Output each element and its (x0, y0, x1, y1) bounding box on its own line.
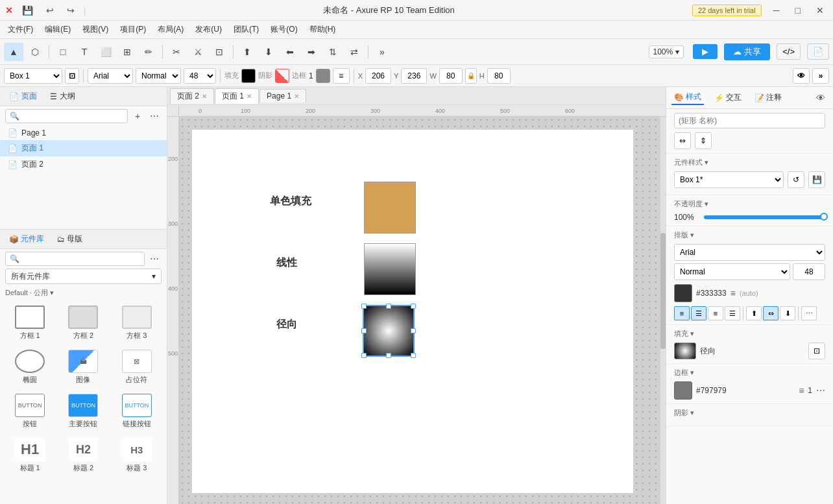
x-input[interactable] (365, 68, 391, 84)
minimize-button[interactable]: ─ (769, 4, 784, 17)
align-right[interactable]: ➡ (302, 43, 321, 61)
box-linear[interactable] (364, 243, 416, 295)
more-text-btn[interactable]: ⋯ (801, 306, 817, 320)
maximize-button[interactable]: □ (791, 4, 804, 17)
box-solid[interactable] (364, 182, 416, 234)
align-top-text-btn[interactable]: ⬆ (746, 306, 762, 320)
font-select[interactable]: Arial (674, 244, 825, 261)
height-adjust-btn[interactable]: ⇕ (695, 132, 712, 149)
components-tab[interactable]: 📦 元件库 (5, 232, 48, 246)
element-name-select[interactable]: Box 1 (4, 68, 62, 84)
redo-button[interactable]: ↪ (63, 4, 78, 17)
font-style-normal-select[interactable]: Normal (674, 263, 790, 280)
border-color-box[interactable] (674, 381, 692, 400)
page-item-page1[interactable]: 📄 Page 1 (0, 126, 167, 140)
handle-br[interactable] (411, 353, 416, 358)
crop-tool[interactable]: ✂ (167, 43, 186, 61)
menu-file[interactable]: 文件(F) (3, 22, 38, 37)
comp-item-image[interactable]: 🏔 图像 (58, 347, 108, 387)
menu-project[interactable]: 项目(P) (115, 22, 151, 37)
share-button[interactable]: ☁ 共享 (724, 43, 770, 60)
page-item-page-zh1[interactable]: 📄 页面 1 (0, 140, 167, 156)
publish-button[interactable]: 📄 (807, 43, 829, 60)
preview-tool[interactable]: ⊡ (210, 43, 229, 61)
comp-item-h1[interactable]: H1 标题 1 (5, 435, 54, 475)
border-more-icon[interactable]: ⋯ (816, 385, 825, 396)
run-button[interactable]: ▶ (693, 44, 718, 59)
align-left-btn[interactable]: ≡ (674, 306, 690, 320)
font-size-input[interactable] (793, 263, 825, 280)
opacity-slider[interactable] (704, 215, 825, 219)
grid-tool[interactable]: ⊞ (117, 43, 137, 61)
slice-tool[interactable]: ⚔ (188, 43, 208, 61)
font-family-select[interactable]: Arial (88, 68, 133, 84)
scrollbar-v-thumb[interactable] (660, 233, 666, 349)
handle-ml[interactable] (361, 328, 367, 333)
masters-tab[interactable]: 🗂 母版 (53, 232, 86, 246)
box-radial[interactable] (363, 305, 415, 357)
h-input[interactable] (487, 68, 511, 84)
visibility-btn[interactable]: 👁 (793, 68, 810, 84)
text-color-box[interactable] (674, 284, 692, 302)
lock-aspect-btn[interactable]: 🔒 (465, 68, 477, 84)
scrollbar-v[interactable] (660, 117, 666, 504)
style-tab[interactable]: 🎨 样式 (671, 90, 704, 105)
menu-team[interactable]: 团队(T) (228, 22, 264, 37)
border-color-swatch[interactable] (316, 69, 330, 83)
apply-style-btn[interactable]: ↺ (788, 171, 804, 188)
code-button[interactable]: </> (777, 43, 801, 60)
comp-item-box1[interactable]: 方框 1 (5, 303, 54, 343)
text-tool[interactable]: T (75, 43, 94, 61)
fill-expand-btn[interactable]: ⊡ (808, 342, 825, 359)
handle-bc[interactable] (386, 353, 391, 358)
handle-tr[interactable] (411, 304, 416, 309)
comp-item-primary-button[interactable]: BUTTON 主要按钮 (58, 391, 108, 431)
pages-tab[interactable]: 📄 页面 (5, 90, 41, 103)
tab-page2[interactable]: 页面 2 ✕ (170, 88, 214, 104)
comp-item-box2[interactable]: 方框 2 (58, 303, 108, 343)
connect-tool[interactable]: ⬡ (25, 43, 45, 61)
align-right-btn[interactable]: ≡ (708, 306, 723, 320)
more-pages-btn[interactable]: ⋯ (147, 109, 162, 123)
tab-page-en[interactable]: Page 1 ✕ (260, 89, 306, 102)
border-lines-btn[interactable]: ≡ (333, 68, 350, 84)
page-item-page-zh2[interactable]: 📄 页面 2 (0, 156, 167, 173)
menu-account[interactable]: 账号(O) (265, 22, 302, 37)
menu-layout[interactable]: 布局(A) (152, 22, 189, 37)
comp-item-placeholder[interactable]: ⊠ 占位符 (112, 347, 162, 387)
canvas-content[interactable]: 单色填充 线性 径向 (179, 117, 666, 504)
handle-mr[interactable] (411, 328, 416, 333)
comp-item-h3[interactable]: H3 标题 3 (112, 435, 162, 475)
fill-color-swatch[interactable] (241, 69, 256, 83)
interaction-tab[interactable]: ⚡ 交互 (712, 91, 744, 104)
outline-tab[interactable]: ☰ 大纲 (46, 90, 79, 103)
handle-tc[interactable] (386, 304, 391, 309)
align-bottom[interactable]: ⬇ (259, 43, 278, 61)
comp-filter-btn[interactable]: 所有元件库 ▾ (5, 269, 162, 284)
tab-page2-close[interactable]: ✕ (202, 93, 207, 100)
align-v[interactable]: ⇄ (344, 43, 364, 61)
close-button[interactable]: ✕ (812, 4, 828, 17)
align-bottom-text-btn[interactable]: ⬇ (780, 306, 795, 320)
tab-page1-close[interactable]: ✕ (247, 93, 252, 100)
menu-publish[interactable]: 发布(U) (190, 22, 227, 37)
undo-button[interactable]: ↩ (42, 4, 58, 17)
menu-edit[interactable]: 编辑(E) (40, 22, 76, 37)
comp-item-link-button[interactable]: BUTTON 链接按钮 (112, 391, 162, 431)
more-btn[interactable]: » (812, 68, 829, 84)
align-h[interactable]: ⇅ (323, 43, 343, 61)
save-button[interactable]: 💾 (18, 4, 37, 17)
width-adjust-btn[interactable]: ⇔ (674, 132, 691, 149)
fill-preview[interactable] (674, 342, 696, 359)
tab-page-en-close[interactable]: ✕ (294, 93, 299, 100)
add-page-btn[interactable]: + (130, 109, 145, 123)
tab-page1[interactable]: 页面 1 ✕ (215, 88, 259, 104)
canvas-page[interactable]: 单色填充 线性 径向 (192, 130, 633, 493)
w-input[interactable] (439, 68, 463, 84)
save-style-btn[interactable]: 💾 (808, 171, 825, 188)
handle-tl[interactable] (361, 304, 367, 309)
menu-view[interactable]: 视图(V) (77, 22, 114, 37)
pages-search-input[interactable] (5, 109, 128, 123)
menu-help[interactable]: 帮助(H) (304, 22, 341, 37)
opacity-handle[interactable] (820, 213, 828, 221)
